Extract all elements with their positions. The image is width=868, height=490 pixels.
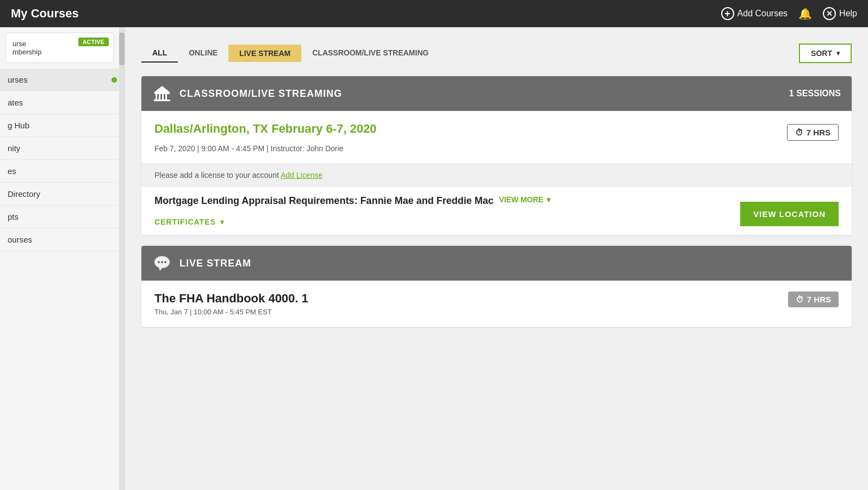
sidebar-item-label: g Hub — [8, 121, 29, 130]
course-title-row: Dallas/Arlington, TX February 6-7, 2020 … — [154, 122, 839, 141]
add-courses-label: Add Courses — [737, 9, 788, 18]
tab-online-label: ONLINE — [189, 48, 218, 57]
classroom-section-title: CLASSROOM/LIVE STREAMING — [179, 88, 342, 100]
sidebar-item-pts[interactable]: pts — [0, 206, 125, 228]
clock-icon: ⏱ — [795, 128, 803, 137]
certificates-row: CERTIFICATES ▾ — [154, 218, 740, 226]
tab-online[interactable]: ONLINE — [178, 44, 228, 63]
sidebar-item-label: ates — [8, 98, 23, 107]
sidebar-item-community[interactable]: nity — [0, 137, 125, 160]
course-name-row: Mortgage Lending Appraisal Requirements:… — [154, 195, 740, 213]
svg-rect-1 — [156, 94, 157, 100]
sidebar-item-courses[interactable]: urses — [0, 69, 125, 91]
add-icon: + — [721, 7, 734, 20]
sidebar-item-ourses[interactable]: ourses — [0, 228, 125, 251]
svg-rect-0 — [154, 92, 170, 94]
view-more-label: VIEW MORE — [499, 195, 543, 204]
svg-marker-8 — [159, 268, 162, 271]
tab-classroom[interactable]: CLASSROOM/LIVE STREAMING — [301, 44, 439, 63]
scrollbar-thumb — [119, 33, 125, 65]
active-badge: ACTIVE — [78, 38, 109, 46]
live-hours-value: 7 HRS — [807, 295, 831, 304]
add-courses-button[interactable]: + Add Courses — [721, 7, 788, 20]
sidebar-item-es[interactable]: es — [0, 160, 125, 183]
license-text: Please add a license to your account — [154, 171, 279, 179]
hours-value: 7 HRS — [807, 128, 830, 137]
filter-tabs: ALL ONLINE LIVE STREAM CLASSROOM/LIVE ST… — [141, 44, 852, 63]
tab-all[interactable]: ALL — [141, 44, 178, 63]
membership-sublabel: mbership — [13, 48, 107, 56]
page-title: My Courses — [11, 7, 79, 21]
license-bar: Please add a license to your account Add… — [141, 164, 852, 187]
add-license-link[interactable]: Add License — [281, 171, 323, 179]
sort-label: SORT — [811, 49, 832, 58]
main-layout: urse mbership ACTIVE urses ates g Hub ni… — [0, 27, 868, 490]
svg-rect-4 — [165, 94, 167, 100]
header: My Courses + Add Courses 🔔 ✕ Help — [0, 0, 868, 27]
tab-all-label: ALL — [152, 48, 167, 57]
view-more-button[interactable]: VIEW MORE ▾ — [499, 195, 550, 204]
sort-button[interactable]: SORT ▾ — [799, 44, 852, 63]
certificates-chevron-icon[interactable]: ▾ — [220, 218, 224, 226]
sidebar-item-label: nity — [8, 144, 20, 153]
course-details: Mortgage Lending Appraisal Requirements:… — [141, 187, 852, 235]
chevron-down-icon: ▾ — [547, 195, 550, 204]
svg-marker-6 — [154, 86, 170, 92]
tab-live-stream[interactable]: LIVE STREAM — [228, 45, 301, 62]
classroom-section-card: CLASSROOM/LIVE STREAMING 1 SESSIONS Dall… — [141, 76, 852, 235]
sidebar-item-learning-hub[interactable]: g Hub — [0, 114, 125, 137]
help-button[interactable]: ✕ Help — [823, 7, 857, 20]
notifications-bell-icon[interactable]: 🔔 — [798, 7, 812, 20]
tab-live-stream-label: LIVE STREAM — [239, 49, 290, 58]
svg-rect-3 — [162, 94, 164, 100]
course-meta: Feb 7, 2020 | 9:00 AM - 4:45 PM | Instru… — [154, 144, 839, 153]
live-stream-title: LIVE STREAM — [179, 258, 251, 269]
svg-point-9 — [158, 261, 160, 263]
course-description-area: Mortgage Lending Appraisal Requirements:… — [154, 195, 740, 226]
chat-bubble-icon — [152, 253, 172, 273]
live-clock-icon: ⏱ — [796, 295, 804, 304]
building-icon — [152, 84, 172, 103]
sidebar-item-label: urses — [8, 75, 28, 84]
live-course-info: The FHA Handbook 4000. 1 Thu, Jan 7 | 10… — [154, 291, 308, 316]
sidebar: urse mbership ACTIVE urses ates g Hub ni… — [0, 27, 125, 490]
sidebar-nav: urses ates g Hub nity es Directory pts — [0, 69, 125, 251]
certificates-label: CERTIFICATES — [154, 218, 216, 226]
header-actions: + Add Courses 🔔 ✕ Help — [721, 7, 857, 20]
classroom-section-header: CLASSROOM/LIVE STREAMING 1 SESSIONS — [141, 76, 852, 111]
view-location-button[interactable]: VIEW LOCATION — [740, 202, 839, 226]
sidebar-item-label: ourses — [8, 235, 32, 244]
help-label: Help — [839, 9, 857, 18]
svg-point-10 — [161, 261, 163, 263]
sidebar-item-label: pts — [8, 212, 18, 221]
course-location-title: Dallas/Arlington, TX February 6-7, 2020 — [154, 122, 376, 136]
tab-classroom-label: CLASSROOM/LIVE STREAMING — [312, 48, 429, 57]
sidebar-item-label: Directory — [8, 189, 40, 199]
svg-point-11 — [164, 261, 166, 263]
live-course-meta: Thu, Jan 7 | 10:00 AM - 5:45 PM EST — [154, 308, 308, 316]
hours-badge: ⏱ 7 HRS — [787, 124, 839, 141]
membership-card: urse mbership ACTIVE — [5, 33, 114, 63]
course-full-name: Mortgage Lending Appraisal Requirements:… — [154, 195, 493, 207]
svg-rect-5 — [154, 100, 170, 101]
main-content: ALL ONLINE LIVE STREAM CLASSROOM/LIVE ST… — [125, 27, 868, 490]
sidebar-item-ates[interactable]: ates — [0, 91, 125, 114]
sessions-count: 1 SESSIONS — [789, 89, 841, 98]
svg-rect-2 — [159, 94, 160, 100]
live-stream-section-header: LIVE STREAM — [141, 246, 852, 281]
live-hours-badge: ⏱ 7 HRS — [788, 291, 839, 307]
sidebar-scrollbar[interactable] — [119, 27, 125, 490]
active-dot-icon — [111, 77, 117, 83]
course-header-card: Dallas/Arlington, TX February 6-7, 2020 … — [141, 111, 852, 164]
sort-chevron-icon: ▾ — [836, 49, 840, 57]
live-stream-section-card: LIVE STREAM The FHA Handbook 4000. 1 Thu… — [141, 246, 852, 327]
live-course-title: The FHA Handbook 4000. 1 — [154, 291, 308, 306]
sidebar-item-directory[interactable]: Directory — [0, 183, 125, 206]
help-icon: ✕ — [823, 7, 836, 20]
sidebar-item-label: es — [8, 166, 16, 176]
live-stream-course-row: The FHA Handbook 4000. 1 Thu, Jan 7 | 10… — [141, 281, 852, 327]
